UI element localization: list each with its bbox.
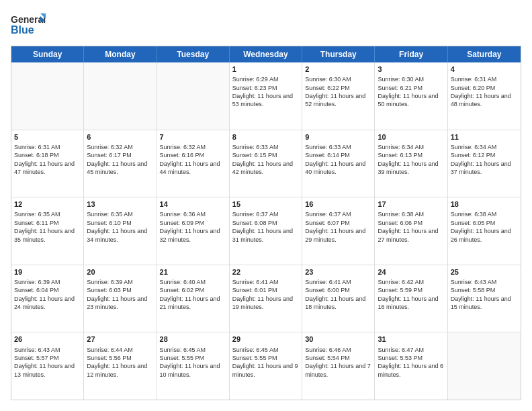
day-number: 2 <box>305 64 371 74</box>
calendar-cell: 20Sunrise: 6:39 AM Sunset: 6:03 PM Dayli… <box>84 265 157 332</box>
day-info: Sunrise: 6:35 AM Sunset: 6:11 PM Dayligh… <box>14 211 75 242</box>
calendar-cell: 28Sunrise: 6:45 AM Sunset: 5:55 PM Dayli… <box>157 332 230 400</box>
day-info: Sunrise: 6:41 AM Sunset: 6:00 PM Dayligh… <box>305 279 365 310</box>
day-number: 8 <box>232 132 299 142</box>
calendar-cell <box>448 332 521 400</box>
calendar-cell: 12Sunrise: 6:35 AM Sunset: 6:11 PM Dayli… <box>11 197 84 265</box>
calendar-cell: 30Sunrise: 6:46 AM Sunset: 5:54 PM Dayli… <box>302 332 375 400</box>
calendar-week-row: 5Sunrise: 6:31 AM Sunset: 6:18 PM Daylig… <box>11 130 521 197</box>
day-number: 22 <box>232 267 299 277</box>
day-number: 4 <box>451 64 518 74</box>
logo-icon: General Blue <box>11 11 46 39</box>
day-number: 13 <box>87 199 153 209</box>
calendar-cell: 15Sunrise: 6:37 AM Sunset: 6:08 PM Dayli… <box>230 197 302 265</box>
day-of-week-header: Wednesday <box>230 46 302 62</box>
day-info: Sunrise: 6:29 AM Sunset: 6:23 PM Dayligh… <box>232 76 293 107</box>
day-info: Sunrise: 6:34 AM Sunset: 6:13 PM Dayligh… <box>378 144 438 175</box>
day-info: Sunrise: 6:42 AM Sunset: 5:59 PM Dayligh… <box>378 279 438 310</box>
calendar-cell: 26Sunrise: 6:43 AM Sunset: 5:57 PM Dayli… <box>11 332 84 400</box>
day-info: Sunrise: 6:33 AM Sunset: 6:15 PM Dayligh… <box>232 144 293 175</box>
calendar-body: 1Sunrise: 6:29 AM Sunset: 6:23 PM Daylig… <box>11 62 521 400</box>
day-info: Sunrise: 6:31 AM Sunset: 6:18 PM Dayligh… <box>14 144 75 175</box>
day-number: 31 <box>378 334 444 344</box>
calendar-cell: 1Sunrise: 6:29 AM Sunset: 6:23 PM Daylig… <box>230 62 302 130</box>
day-number: 15 <box>232 199 299 209</box>
day-info: Sunrise: 6:35 AM Sunset: 6:10 PM Dayligh… <box>87 211 147 242</box>
calendar-week-row: 19Sunrise: 6:39 AM Sunset: 6:04 PM Dayli… <box>11 265 521 332</box>
calendar-cell <box>157 62 230 130</box>
calendar-cell: 9Sunrise: 6:33 AM Sunset: 6:14 PM Daylig… <box>302 130 375 197</box>
calendar-cell: 10Sunrise: 6:34 AM Sunset: 6:13 PM Dayli… <box>375 130 447 197</box>
day-info: Sunrise: 6:45 AM Sunset: 5:55 PM Dayligh… <box>160 347 220 378</box>
day-number: 5 <box>14 132 81 142</box>
day-number: 28 <box>160 334 226 344</box>
day-info: Sunrise: 6:37 AM Sunset: 6:07 PM Dayligh… <box>305 211 365 242</box>
calendar-page: General Blue SundayMondayTuesdayWednesda… <box>0 0 532 411</box>
day-number: 17 <box>378 199 444 209</box>
calendar-cell: 11Sunrise: 6:34 AM Sunset: 6:12 PM Dayli… <box>448 130 521 197</box>
day-number: 29 <box>232 334 299 344</box>
day-info: Sunrise: 6:41 AM Sunset: 6:01 PM Dayligh… <box>232 279 293 310</box>
calendar-week-row: 26Sunrise: 6:43 AM Sunset: 5:57 PM Dayli… <box>11 332 521 400</box>
day-info: Sunrise: 6:38 AM Sunset: 6:05 PM Dayligh… <box>451 211 511 242</box>
svg-text:Blue: Blue <box>11 24 34 36</box>
calendar-cell: 6Sunrise: 6:32 AM Sunset: 6:17 PM Daylig… <box>84 130 157 197</box>
day-of-week-header: Thursday <box>302 46 375 62</box>
day-number: 10 <box>378 132 444 142</box>
calendar-week-row: 1Sunrise: 6:29 AM Sunset: 6:23 PM Daylig… <box>11 62 521 130</box>
day-number: 24 <box>378 267 444 277</box>
day-info: Sunrise: 6:43 AM Sunset: 5:58 PM Dayligh… <box>451 279 511 310</box>
calendar-cell: 16Sunrise: 6:37 AM Sunset: 6:07 PM Dayli… <box>302 197 375 265</box>
calendar-cell: 29Sunrise: 6:45 AM Sunset: 5:55 PM Dayli… <box>230 332 302 400</box>
calendar-cell: 18Sunrise: 6:38 AM Sunset: 6:05 PM Dayli… <box>448 197 521 265</box>
calendar-cell: 5Sunrise: 6:31 AM Sunset: 6:18 PM Daylig… <box>11 130 84 197</box>
day-number: 23 <box>305 267 371 277</box>
calendar-cell: 24Sunrise: 6:42 AM Sunset: 5:59 PM Dayli… <box>375 265 447 332</box>
day-number: 12 <box>14 199 81 209</box>
day-number: 18 <box>451 199 518 209</box>
day-number: 3 <box>378 64 444 74</box>
calendar-cell: 19Sunrise: 6:39 AM Sunset: 6:04 PM Dayli… <box>11 265 84 332</box>
day-info: Sunrise: 6:43 AM Sunset: 5:57 PM Dayligh… <box>14 347 75 378</box>
day-of-week-header: Monday <box>84 46 157 62</box>
calendar: SundayMondayTuesdayWednesdayThursdayFrid… <box>11 46 521 400</box>
day-number: 7 <box>160 132 226 142</box>
day-info: Sunrise: 6:32 AM Sunset: 6:17 PM Dayligh… <box>87 144 147 175</box>
day-number: 27 <box>87 334 153 344</box>
day-number: 26 <box>14 334 81 344</box>
day-number: 21 <box>160 267 226 277</box>
day-number: 6 <box>87 132 153 142</box>
calendar-cell: 25Sunrise: 6:43 AM Sunset: 5:58 PM Dayli… <box>448 265 521 332</box>
day-info: Sunrise: 6:38 AM Sunset: 6:06 PM Dayligh… <box>378 211 438 242</box>
day-info: Sunrise: 6:30 AM Sunset: 6:22 PM Dayligh… <box>305 76 365 107</box>
day-info: Sunrise: 6:46 AM Sunset: 5:54 PM Dayligh… <box>305 347 371 378</box>
calendar-cell: 4Sunrise: 6:31 AM Sunset: 6:20 PM Daylig… <box>448 62 521 130</box>
calendar-cell <box>11 62 84 130</box>
calendar-week-row: 12Sunrise: 6:35 AM Sunset: 6:11 PM Dayli… <box>11 197 521 265</box>
day-number: 16 <box>305 199 371 209</box>
day-info: Sunrise: 6:44 AM Sunset: 5:56 PM Dayligh… <box>87 347 147 378</box>
day-info: Sunrise: 6:45 AM Sunset: 5:55 PM Dayligh… <box>232 347 298 378</box>
day-of-week-header: Tuesday <box>157 46 230 62</box>
day-number: 30 <box>305 334 371 344</box>
calendar-header: SundayMondayTuesdayWednesdayThursdayFrid… <box>11 46 521 62</box>
calendar-cell: 31Sunrise: 6:47 AM Sunset: 5:53 PM Dayli… <box>375 332 447 400</box>
logo: General Blue <box>11 11 46 39</box>
day-info: Sunrise: 6:36 AM Sunset: 6:09 PM Dayligh… <box>160 211 220 242</box>
page-header: General Blue <box>11 11 521 39</box>
day-number: 25 <box>451 267 518 277</box>
day-info: Sunrise: 6:37 AM Sunset: 6:08 PM Dayligh… <box>232 211 293 242</box>
calendar-cell: 14Sunrise: 6:36 AM Sunset: 6:09 PM Dayli… <box>157 197 230 265</box>
calendar-cell: 8Sunrise: 6:33 AM Sunset: 6:15 PM Daylig… <box>230 130 302 197</box>
day-number: 20 <box>87 267 153 277</box>
day-number: 14 <box>160 199 226 209</box>
calendar-cell: 21Sunrise: 6:40 AM Sunset: 6:02 PM Dayli… <box>157 265 230 332</box>
day-number: 1 <box>232 64 299 74</box>
calendar-cell: 7Sunrise: 6:32 AM Sunset: 6:16 PM Daylig… <box>157 130 230 197</box>
calendar-cell: 17Sunrise: 6:38 AM Sunset: 6:06 PM Dayli… <box>375 197 447 265</box>
calendar-cell: 13Sunrise: 6:35 AM Sunset: 6:10 PM Dayli… <box>84 197 157 265</box>
calendar-cell <box>84 62 157 130</box>
day-of-week-header: Saturday <box>448 46 521 62</box>
day-of-week-header: Sunday <box>11 46 84 62</box>
day-info: Sunrise: 6:34 AM Sunset: 6:12 PM Dayligh… <box>451 144 511 175</box>
